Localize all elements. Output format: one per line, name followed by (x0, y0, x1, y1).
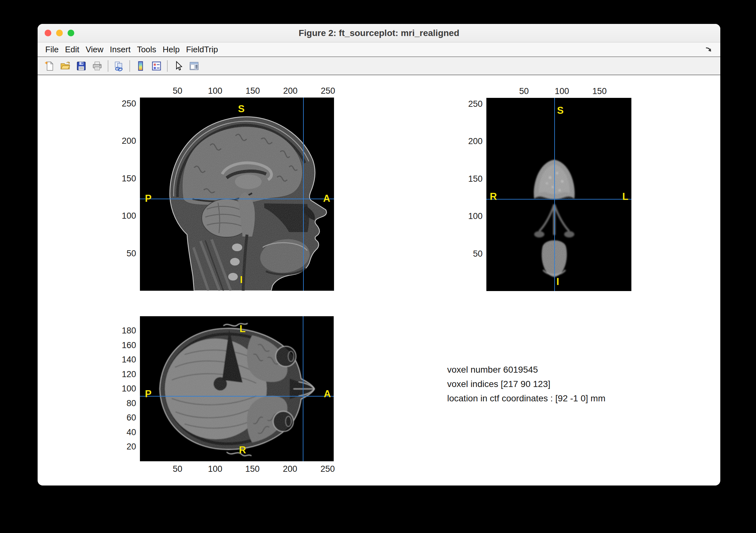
sagittal-superior-label: S (238, 103, 245, 115)
screen: Figure 2: ft_sourceplot: mri_realigned F… (0, 0, 756, 533)
link-plot-icon (114, 61, 124, 71)
coronal-left-label: L (622, 191, 629, 202)
sagittal-crosshair-horizontal (140, 199, 334, 199)
sagittal-xtick: 250 (321, 86, 335, 96)
axial-xtick: 50 (173, 464, 182, 474)
plot-browser-icon (189, 61, 200, 71)
axial-ytick: 160 (122, 341, 136, 351)
coronal-superior-label: S (557, 105, 564, 116)
voxel-location-text: location in ctf coordinates : [92 -1 0] … (447, 391, 605, 406)
sagittal-xtick: 50 (173, 86, 182, 96)
coronal-inferior-label: I (556, 276, 559, 288)
insert-colorbar-button[interactable] (134, 60, 147, 72)
edit-plot-icon (173, 61, 184, 71)
sagittal-crosshair-vertical (303, 98, 304, 291)
axial-ytick: 80 (126, 399, 136, 408)
menu-bar: File Edit View Insert Tools Help FieldTr… (38, 42, 720, 57)
axial-ytick: 100 (122, 384, 136, 394)
edit-plot-button[interactable] (172, 60, 184, 72)
sagittal-ytick: 200 (122, 136, 136, 146)
print-figure-button[interactable] (91, 60, 104, 72)
figure-toolbar (38, 57, 720, 75)
coronal-ytick: 250 (468, 99, 482, 109)
axial-ytick: 140 (122, 355, 136, 365)
axial-ytick: 40 (126, 428, 136, 437)
coronal-xtick: 50 (519, 86, 529, 96)
plot-browser-button[interactable] (188, 60, 201, 72)
coronal-mri-image[interactable] (486, 98, 632, 291)
sagittal-mri-image[interactable] (140, 98, 334, 291)
coronal-crosshair-horizontal (486, 199, 632, 200)
axial-ytick: 60 (126, 413, 136, 423)
sagittal-anterior-label: A (323, 193, 330, 204)
sagittal-ytick: 100 (122, 211, 136, 221)
voxel-indices-text: voxel indices [217 90 123] (447, 377, 605, 391)
voxel-number-text: voxel number 6019545 (447, 362, 605, 377)
axial-ytick: 20 (126, 442, 136, 452)
print-figure-icon (92, 61, 103, 71)
menu-file[interactable]: File (42, 42, 62, 56)
insert-legend-button[interactable] (150, 60, 163, 72)
coronal-xtick: 100 (554, 86, 569, 96)
sagittal-xtick: 150 (245, 86, 260, 96)
axial-xtick: 100 (208, 464, 222, 474)
insert-legend-icon (151, 61, 162, 71)
open-file-icon (60, 61, 71, 71)
insert-colorbar-icon (135, 61, 146, 71)
coronal-crosshair-vertical (554, 98, 555, 291)
coronal-ytick: 150 (468, 174, 482, 184)
new-figure-icon (44, 61, 55, 71)
menu-tools[interactable]: Tools (134, 42, 160, 56)
save-figure-button[interactable] (75, 60, 88, 72)
coronal-ytick: 50 (473, 249, 482, 259)
sagittal-inferior-label: I (240, 274, 243, 286)
figure-window: Figure 2: ft_sourceplot: mri_realigned F… (38, 24, 720, 486)
save-figure-icon (76, 61, 87, 71)
axial-right-label: R (239, 444, 246, 456)
axial-ytick: 180 (122, 326, 136, 336)
menu-insert[interactable]: Insert (107, 42, 134, 56)
sagittal-xtick: 100 (208, 86, 222, 96)
sagittal-ytick: 150 (122, 174, 136, 183)
menu-help[interactable]: Help (159, 42, 183, 56)
axial-crosshair-vertical (303, 316, 303, 461)
axial-anterior-label: A (324, 388, 331, 400)
sagittal-posterior-label: P (145, 193, 152, 204)
title-bar: Figure 2: ft_sourceplot: mri_realigned (38, 24, 720, 42)
dock-figure-icon[interactable] (704, 44, 714, 55)
voxel-info-block: voxel number 6019545 voxel indices [217 … (447, 362, 605, 406)
axial-xtick: 250 (320, 464, 335, 474)
axial-xtick: 150 (245, 464, 259, 474)
sagittal-ytick: 50 (126, 249, 136, 259)
sagittal-panel[interactable]: 50 100 150 200 250 250 200 150 100 50 (140, 98, 334, 291)
axial-xtick: 200 (283, 464, 297, 474)
axial-left-label: L (240, 323, 246, 335)
axial-ytick: 120 (122, 370, 136, 379)
window-title: Figure 2: ft_sourceplot: mri_realigned (38, 24, 720, 42)
sagittal-xtick: 200 (283, 86, 297, 96)
new-figure-button[interactable] (43, 60, 56, 72)
axial-posterior-label: P (145, 388, 152, 400)
menu-edit[interactable]: Edit (62, 42, 83, 56)
link-plot-button[interactable] (113, 60, 125, 72)
toolbar-separator (108, 60, 108, 72)
coronal-ytick: 100 (468, 211, 482, 221)
menu-fieldtrip[interactable]: FieldTrip (183, 42, 221, 56)
open-file-button[interactable] (59, 60, 72, 72)
axial-crosshair-horizontal (140, 396, 334, 397)
toolbar-separator (129, 60, 130, 72)
axial-mri-image[interactable] (140, 316, 334, 461)
toolbar-separator (167, 60, 168, 72)
axial-panel[interactable]: 50 100 150 200 250 180 160 140 120 100 8… (140, 316, 334, 461)
coronal-xtick: 150 (592, 86, 607, 96)
coronal-ytick: 200 (468, 136, 482, 146)
menu-view[interactable]: View (83, 42, 107, 56)
coronal-right-label: R (490, 191, 497, 202)
coronal-panel[interactable]: 50 100 150 250 200 150 100 50 (486, 98, 632, 291)
sagittal-ytick: 250 (122, 99, 136, 109)
